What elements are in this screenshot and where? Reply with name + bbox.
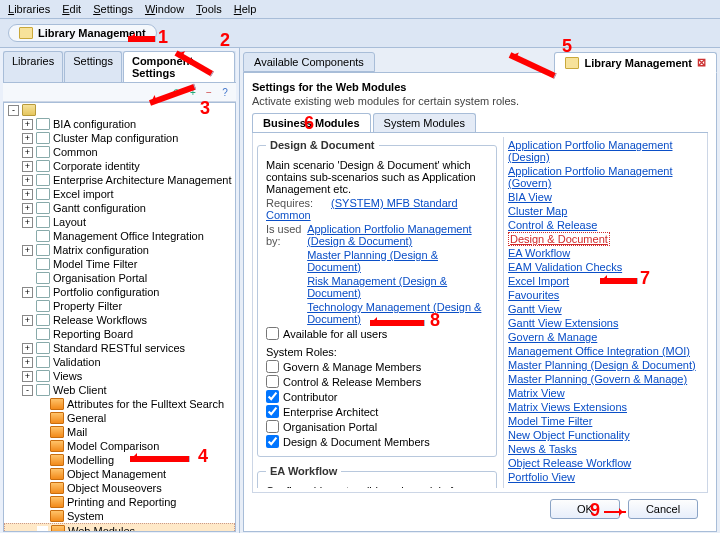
- expander-icon[interactable]: +: [22, 147, 33, 158]
- left-tab-settings[interactable]: Settings: [64, 51, 122, 82]
- expander-icon[interactable]: +: [22, 217, 33, 228]
- toolbar-help-icon[interactable]: ?: [218, 85, 232, 99]
- sheet-icon: [36, 328, 50, 340]
- module-link[interactable]: New Object Functionality: [508, 429, 630, 441]
- tree-item[interactable]: +BIA configuration: [4, 117, 235, 131]
- role-checkbox[interactable]: [266, 375, 279, 388]
- module-link[interactable]: Portfolio View: [508, 471, 575, 483]
- menu-edit[interactable]: Edit: [62, 3, 81, 15]
- tab-library-management[interactable]: Library Management ⊠: [554, 52, 717, 73]
- module-tab-business[interactable]: Business Modules: [252, 113, 371, 132]
- module-link[interactable]: News & Tasks: [508, 443, 577, 455]
- menu-libraries[interactable]: Libraries: [8, 3, 50, 15]
- tree-item[interactable]: +Release Workflows: [4, 313, 235, 327]
- tree-item[interactable]: Organisation Portal: [4, 271, 235, 285]
- role-checkbox[interactable]: [266, 390, 279, 403]
- tree-item[interactable]: Modelling: [4, 453, 235, 467]
- tree-item[interactable]: System: [4, 509, 235, 523]
- module-link[interactable]: Application Portfolio Management (Design…: [508, 139, 672, 163]
- tree-item[interactable]: +Excel import: [4, 187, 235, 201]
- module-link[interactable]: Object Release Workflow: [508, 457, 631, 469]
- expander-icon[interactable]: +: [22, 189, 33, 200]
- module-right-list[interactable]: Application Portfolio Management (Design…: [503, 137, 703, 488]
- module-link[interactable]: Model Time Filter: [508, 415, 592, 427]
- tree-item[interactable]: Mail: [4, 425, 235, 439]
- menu-settings[interactable]: Settings: [93, 3, 133, 15]
- tree-item[interactable]: Property Filter: [4, 299, 235, 313]
- role-checkbox[interactable]: [266, 405, 279, 418]
- tree-item[interactable]: Attributes for the Fulltext Search: [4, 397, 235, 411]
- toolbar-remove-icon[interactable]: −: [202, 85, 216, 99]
- tree-item[interactable]: General: [4, 411, 235, 425]
- tree-item[interactable]: +Matrix configuration: [4, 243, 235, 257]
- expander-icon[interactable]: +: [22, 371, 33, 382]
- expander-icon[interactable]: +: [22, 343, 33, 354]
- module-link[interactable]: Control & Release: [508, 219, 597, 231]
- module-link[interactable]: Management Office Integration (MOI): [508, 345, 690, 357]
- tree-item[interactable]: +Standard RESTful services: [4, 341, 235, 355]
- tree-item[interactable]: +Corporate identity: [4, 159, 235, 173]
- settings-tree[interactable]: -+BIA configuration+Cluster Map configur…: [3, 102, 236, 532]
- expander-icon[interactable]: +: [22, 287, 33, 298]
- menu-window[interactable]: Window: [145, 3, 184, 15]
- module-link[interactable]: Excel Import: [508, 275, 569, 287]
- cb-available-all-users[interactable]: [266, 327, 279, 340]
- expander-icon[interactable]: +: [22, 245, 33, 256]
- tree-item[interactable]: +Portfolio configuration: [4, 285, 235, 299]
- module-link[interactable]: Matrix View: [508, 387, 565, 399]
- expander-icon[interactable]: +: [22, 119, 33, 130]
- module-link[interactable]: Matrix Views Extensions: [508, 401, 627, 413]
- tree-item[interactable]: +Cluster Map configuration: [4, 131, 235, 145]
- tab-available-components[interactable]: Available Components: [243, 52, 375, 72]
- tree-item[interactable]: +Common: [4, 145, 235, 159]
- module-link[interactable]: Favourites: [508, 289, 559, 301]
- usedby-link[interactable]: Master Planning (Design & Document): [307, 249, 488, 273]
- expander-icon[interactable]: +: [22, 203, 33, 214]
- module-left-scroll[interactable]: Design & Document Main scenario 'Design …: [257, 137, 497, 488]
- tree-item[interactable]: Model Comparison: [4, 439, 235, 453]
- module-link[interactable]: Master Planning (Govern & Manage): [508, 373, 687, 385]
- module-link[interactable]: Cluster Map: [508, 205, 567, 217]
- module-link[interactable]: EA Workflow: [508, 247, 570, 259]
- module-link[interactable]: Gantt View: [508, 303, 562, 315]
- role-checkbox[interactable]: [266, 360, 279, 373]
- module-link[interactable]: Govern & Manage: [508, 331, 597, 343]
- tree-item[interactable]: Web Modules: [4, 523, 235, 532]
- expander-icon[interactable]: -: [8, 105, 19, 116]
- close-icon[interactable]: ⊠: [697, 56, 706, 69]
- expander-icon[interactable]: +: [22, 161, 33, 172]
- tree-item[interactable]: Management Office Integration: [4, 229, 235, 243]
- usedby-link[interactable]: Application Portfolio Management (Design…: [307, 223, 488, 247]
- module-link[interactable]: BIA View: [508, 191, 552, 203]
- module-link[interactable]: EAM Validation Checks: [508, 261, 622, 273]
- expander-icon[interactable]: -: [22, 385, 33, 396]
- tree-item[interactable]: Object Mouseovers: [4, 481, 235, 495]
- tree-item[interactable]: -Web Client: [4, 383, 235, 397]
- cancel-button[interactable]: Cancel: [628, 499, 698, 519]
- expander-icon[interactable]: +: [22, 357, 33, 368]
- role-checkbox[interactable]: [266, 435, 279, 448]
- menu-help[interactable]: Help: [234, 3, 257, 15]
- tree-item[interactable]: Object Management: [4, 467, 235, 481]
- role-checkbox[interactable]: [266, 420, 279, 433]
- tree-item[interactable]: +Layout: [4, 215, 235, 229]
- expander-icon[interactable]: +: [22, 133, 33, 144]
- expander-icon[interactable]: +: [22, 175, 33, 186]
- tree-item[interactable]: +Views: [4, 369, 235, 383]
- tree-item[interactable]: +Enterprise Architecture Management: [4, 173, 235, 187]
- module-link[interactable]: Design & Document: [508, 232, 610, 246]
- module-link[interactable]: Master Planning (Design & Document): [508, 359, 696, 371]
- tree-item[interactable]: Printing and Reporting: [4, 495, 235, 509]
- tree-item[interactable]: Model Time Filter: [4, 257, 235, 271]
- module-link[interactable]: Gantt View Extensions: [508, 317, 618, 329]
- module-link[interactable]: Application Portfolio Management (Govern…: [508, 165, 672, 189]
- left-tab-libraries[interactable]: Libraries: [3, 51, 63, 82]
- menu-tools[interactable]: Tools: [196, 3, 222, 15]
- tree-item[interactable]: +Validation: [4, 355, 235, 369]
- tree-item[interactable]: +Gantt configuration: [4, 201, 235, 215]
- tree-item[interactable]: Reporting Board: [4, 327, 235, 341]
- ok-button[interactable]: OK: [550, 499, 620, 519]
- module-tab-system[interactable]: System Modules: [373, 113, 476, 132]
- expander-icon[interactable]: +: [22, 315, 33, 326]
- usedby-link[interactable]: Risk Management (Design & Document): [307, 275, 488, 299]
